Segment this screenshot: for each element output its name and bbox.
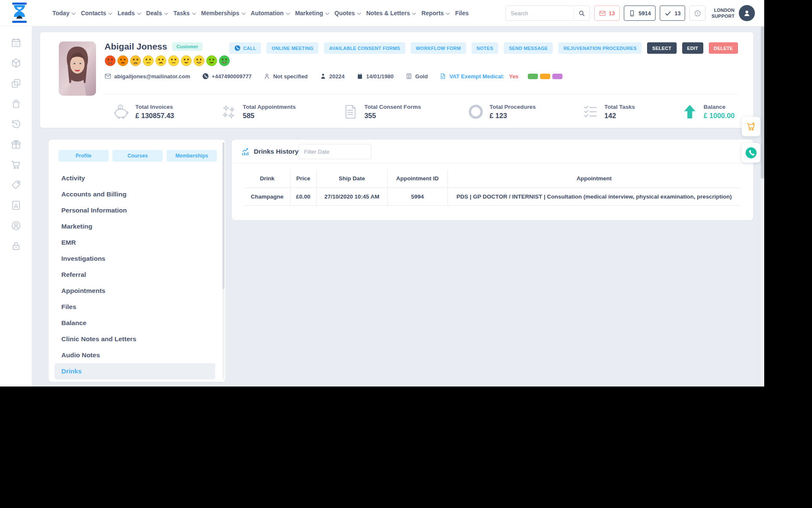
drinks-history-title: Drinks History (254, 148, 299, 155)
tab-memberships[interactable]: Memberships (167, 150, 217, 162)
sidebar-item-accounts-and-billing[interactable]: Accounts and Billing (49, 186, 221, 202)
send-message-button[interactable]: SEND MESSAGE (504, 42, 553, 54)
available-consent-forms-button[interactable]: AVAILABLE CONSENT FORMS (324, 42, 405, 54)
search-input[interactable] (506, 10, 573, 17)
page-scrollbar[interactable] (761, 26, 764, 387)
nav-item-today[interactable]: Today (52, 10, 76, 17)
mood-face-1[interactable] (104, 55, 116, 66)
client-phone[interactable]: +447490009777 (202, 73, 252, 80)
call-button[interactable]: CALL (229, 42, 261, 54)
shopping-bag-icon[interactable] (11, 98, 22, 109)
user-icon (742, 8, 752, 18)
stat-total-consent-forms: Total Consent Forms355 (342, 103, 421, 120)
mood-face-9[interactable] (206, 55, 217, 66)
sidebar-item-activity[interactable]: Activity (49, 170, 221, 186)
help-button[interactable]: ? (689, 6, 705, 21)
floating-whatsapp-button[interactable] (742, 143, 760, 163)
sparkles-icon (220, 103, 237, 120)
client-photo[interactable] (59, 41, 96, 96)
nav-item-contacts[interactable]: Contacts (81, 10, 112, 17)
delete-button[interactable]: DELETE (709, 42, 738, 54)
gift-icon[interactable] (11, 139, 22, 150)
select-button[interactable]: SELECT (647, 42, 676, 54)
chart-growth-icon (241, 147, 250, 156)
phone-badge[interactable]: 5914 (624, 6, 656, 21)
client-email[interactable]: abigailjones@mailinator.com (104, 73, 190, 80)
stat-value: £ 130857.43 (135, 112, 174, 120)
table-row[interactable]: Champagne£0.0027/10/2020 10:45 AM5994PDS… (244, 188, 741, 206)
nav-item-automation[interactable]: Automation (251, 10, 290, 17)
mood-face-10[interactable] (219, 55, 230, 66)
mood-face-8[interactable] (193, 55, 205, 66)
cube-icon[interactable] (11, 58, 22, 69)
nav-item-deals[interactable]: Deals (146, 10, 168, 17)
chevron-down-icon (412, 12, 416, 15)
mood-face-7[interactable] (181, 55, 192, 66)
nav-item-notes-letters[interactable]: Notes & Letters (366, 10, 416, 17)
phone-count: 5914 (639, 10, 651, 17)
panel-scrollbar[interactable] (222, 142, 225, 379)
stat-value: 142 (604, 112, 635, 120)
sidebar-item-appointments[interactable]: Appointments (49, 283, 221, 299)
tasks-done-badge[interactable]: 13 (660, 6, 685, 21)
nav-item-tasks[interactable]: Tasks (173, 10, 196, 17)
report-file-icon[interactable] (11, 200, 22, 211)
sidebar-item-files[interactable]: Files (49, 299, 221, 315)
stat-label: Total Appointments (243, 104, 296, 110)
price-tag-icon[interactable] (11, 179, 22, 190)
cell-appointment-id: 5994 (387, 188, 447, 206)
color-swatch-1[interactable] (528, 74, 538, 79)
nav-item-memberships[interactable]: Memberships (201, 10, 246, 17)
nav-item-marketing[interactable]: Marketing (295, 10, 329, 17)
tab-profile[interactable]: Profile (58, 150, 109, 162)
user-circle-icon[interactable] (11, 220, 22, 231)
cell-price: £0.00 (290, 188, 316, 206)
stat-value: 585 (243, 112, 296, 120)
sidebar-item-clinic-notes-and-letters[interactable]: Clinic Notes and Letters (49, 331, 221, 347)
mood-face-5[interactable] (155, 55, 167, 66)
color-swatch-3[interactable] (552, 74, 562, 79)
sidebar-item-marketing[interactable]: Marketing (49, 218, 221, 235)
nav-item-reports[interactable]: Reports (421, 10, 450, 17)
nav-item-quotes[interactable]: Quotes (335, 10, 361, 17)
nav-menu: TodayContactsLeadsDealsTasksMembershipsA… (52, 0, 469, 26)
notes-button[interactable]: NOTES (472, 42, 498, 54)
app-logo-hourglass-icon[interactable] (8, 2, 30, 25)
chevron-down-icon (192, 12, 196, 15)
calendar-date-icon[interactable]: 12 (11, 37, 22, 48)
workflow-form-button[interactable]: WORKFLOW FORM (411, 42, 466, 54)
cart-icon[interactable] (11, 159, 22, 170)
mood-face-2[interactable] (117, 55, 129, 66)
sidebar-item-referral[interactable]: Referral (49, 267, 221, 283)
search-icon[interactable] (573, 6, 590, 20)
phone-icon (202, 73, 209, 80)
nav-item-leads[interactable]: Leads (118, 10, 141, 17)
filter-date-input[interactable] (299, 144, 371, 159)
envelope-icon (104, 73, 111, 80)
sidebar-item-personal-information[interactable]: Personal Information (49, 202, 221, 218)
client-name: Abigail Joness (104, 41, 167, 52)
messages-badge[interactable]: 13 (594, 6, 620, 21)
user-avatar[interactable] (739, 5, 755, 21)
mood-face-4[interactable] (143, 55, 154, 66)
lock-icon[interactable] (11, 240, 22, 251)
sidebar-item-balance[interactable]: Balance (49, 315, 221, 331)
mood-face-3[interactable] (130, 55, 141, 66)
help-icon: ? (694, 10, 701, 17)
mood-face-6[interactable] (168, 55, 179, 66)
sidebar-item-drinks[interactable]: Drinks (55, 363, 215, 379)
sidebar-item-audio-notes[interactable]: Audio Notes (49, 347, 221, 363)
color-swatch-2[interactable] (540, 74, 550, 79)
sidebar-item-investigations[interactable]: Investigations (49, 251, 221, 267)
floating-cart-button[interactable] (742, 117, 760, 136)
history-icon[interactable] (11, 119, 22, 130)
chevron-down-icon (164, 12, 168, 15)
sidebar-item-emr[interactable]: EMR (49, 235, 221, 251)
tab-courses[interactable]: Courses (112, 150, 163, 162)
nav-item-files[interactable]: Files (455, 10, 469, 17)
online-meeting-button[interactable]: ONLINE MEETING (266, 42, 318, 54)
chevron-down-icon (241, 12, 246, 15)
rejuvenation-procedures-button[interactable]: REJUVENATION PROCEDURES (558, 42, 642, 54)
copy-icon[interactable] (11, 78, 22, 89)
edit-button[interactable]: EDIT (682, 42, 703, 54)
